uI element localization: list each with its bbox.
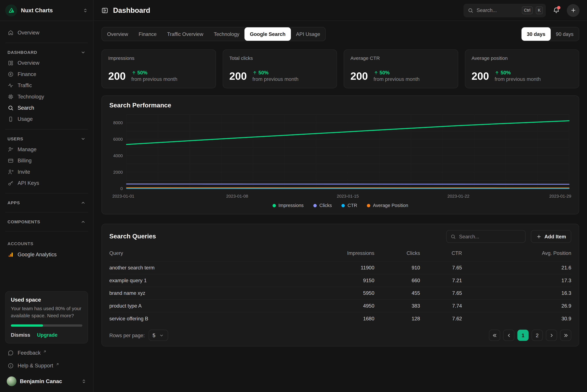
legend-item-ctr[interactable]: CTR (342, 203, 357, 208)
add-button[interactable] (567, 4, 579, 17)
tab-traffic-overview[interactable]: Traffic Overview (162, 27, 209, 41)
sidebar-item-billing[interactable]: Billing (5, 155, 89, 166)
panel-left-collapse-icon[interactable] (101, 6, 109, 14)
global-search-input[interactable] (476, 8, 518, 13)
used-space-title: Used space (11, 297, 82, 303)
column-header-clicks: Clicks (374, 246, 420, 261)
legend-dot (272, 204, 276, 207)
search-performance-chart: 020004000600080002023-01-012023-01-08202… (109, 112, 572, 203)
chevron-left-icon (506, 332, 512, 338)
global-search[interactable]: Ctrl K (463, 4, 546, 17)
column-header-avg-position: Avg. Position (462, 246, 571, 261)
page-button-2[interactable]: 2 (532, 330, 543, 341)
stat-label: Total clicks (229, 55, 330, 61)
plus-icon (570, 7, 576, 14)
cell-clicks: 455 (374, 287, 420, 300)
tab-api-usage[interactable]: API Usage (291, 27, 325, 41)
cell-avg_position: 30.9 (462, 312, 571, 325)
user-menu[interactable]: Benjamin Canac (5, 374, 89, 388)
table-search[interactable] (446, 230, 526, 243)
table-search-input[interactable] (459, 234, 521, 239)
tab-technology[interactable]: Technology (209, 27, 245, 41)
used-space-progressbar (11, 324, 82, 327)
section-label: APPS (8, 200, 20, 205)
cell-clicks: 128 (374, 312, 420, 325)
previous-page-button[interactable] (503, 330, 514, 341)
legend-item-clicks[interactable]: Clicks (313, 203, 332, 208)
arrow-up-icon (374, 70, 378, 75)
plus-icon (536, 234, 542, 239)
tab-finance[interactable]: Finance (133, 27, 162, 41)
sidebar-account-google-analytics[interactable]: Google Analytics (5, 249, 89, 260)
sidebar-section-apps[interactable]: APPS (5, 198, 89, 208)
add-item-button[interactable]: Add Item (531, 230, 571, 243)
tab-overview[interactable]: Overview (102, 27, 133, 41)
upgrade-button[interactable]: Upgrade (37, 332, 58, 338)
stat-card-total-clicks: Total clicks20050%from previous month (223, 49, 337, 88)
stat-note: from previous month (131, 76, 177, 82)
workspace-switcher[interactable]: Nuxt Charts (0, 0, 93, 21)
legend-item-impressions[interactable]: Impressions (272, 203, 304, 208)
stat-label: Average CTR (350, 55, 451, 61)
account-label: Google Analytics (18, 252, 57, 258)
first-page-button[interactable] (489, 330, 500, 341)
legend-dot (342, 204, 345, 207)
cell-clicks: 910 (374, 261, 420, 274)
sidebar-item-technology[interactable]: Technology (5, 91, 89, 102)
sidebar-section-dashboard[interactable]: DASHBOARD (5, 48, 89, 57)
next-page-button[interactable] (546, 330, 557, 341)
sidebar-item-overview-top[interactable]: Overview (5, 27, 89, 38)
stat-note: from previous month (252, 76, 299, 82)
sidebar: Nuxt Charts Overview DASHBOARDOverviewFi… (0, 0, 94, 392)
coin-icon (8, 71, 14, 77)
sidebar-item-finance[interactable]: Finance (5, 68, 89, 80)
dismiss-button[interactable]: Dismiss (11, 332, 30, 338)
divider (5, 129, 88, 129)
sidebar-link-feedback[interactable]: Feedback (5, 346, 89, 359)
sidebar-item-overview[interactable]: Overview (5, 57, 89, 68)
tab-google-search[interactable]: Google Search (245, 27, 291, 41)
info-icon (8, 362, 14, 369)
cell-ctr: 7.62 (420, 312, 462, 325)
chevrons-left-icon (492, 332, 497, 338)
divider (5, 231, 88, 232)
range-30-days[interactable]: 30 days (521, 27, 550, 41)
sidebar-section-users[interactable]: USERS (5, 134, 89, 144)
user-plus-icon (8, 168, 14, 175)
sidebar-item-manage[interactable]: Manage (5, 144, 89, 155)
stat-card-impressions: Impressions20050%from previous month (102, 49, 216, 88)
page-button-1[interactable]: 1 (517, 330, 528, 341)
cell-clicks: 383 (374, 300, 420, 312)
section-label: USERS (8, 137, 23, 141)
range-90-days[interactable]: 90 days (550, 27, 579, 41)
cell-impressions: 9150 (255, 274, 374, 287)
cell-ctr: 7.65 (420, 261, 462, 274)
search-icon (468, 7, 474, 13)
chevrons-up-down-icon (81, 379, 86, 384)
cell-avg_position: 26.9 (462, 300, 571, 312)
search-queries-card: Search Queries Add Item QueryImpressions… (102, 224, 579, 346)
smartphone-icon (8, 116, 14, 122)
used-space-body: Your team has used 80% of your available… (11, 306, 82, 320)
sidebar-item-label: Overview (18, 60, 40, 66)
link-label: Feedback (18, 350, 41, 356)
sidebar-item-search[interactable]: Search (5, 102, 89, 113)
sidebar-item-traffic[interactable]: Traffic (5, 80, 89, 91)
sidebar-link-help-support[interactable]: Help & Support (5, 359, 89, 372)
sidebar-item-label: Technology (18, 94, 44, 100)
last-page-button[interactable] (560, 330, 571, 341)
sidebar-section-components[interactable]: COMPONENTS (5, 217, 89, 227)
sidebar-item-invite[interactable]: Invite (5, 166, 89, 177)
arrow-up-icon (252, 70, 257, 75)
table-footer: Rows per page: 5 12 (109, 330, 571, 341)
stat-card-average-position: Average position20050%from previous mont… (465, 49, 579, 88)
notifications-button[interactable] (550, 4, 562, 16)
cell-query: brand name xyz (109, 287, 255, 300)
rows-per-page-select[interactable]: 5 (149, 330, 168, 341)
sidebar-item-api-keys[interactable]: API Keys (5, 178, 89, 188)
layout-dashboard-icon (8, 60, 14, 66)
sidebar-item-usage[interactable]: Usage (5, 113, 89, 124)
legend-item-average-position[interactable]: Average Position (367, 203, 408, 208)
date-range-toggle: 30 days90 days (521, 27, 579, 41)
kbd-ctrl: Ctrl (522, 6, 532, 14)
